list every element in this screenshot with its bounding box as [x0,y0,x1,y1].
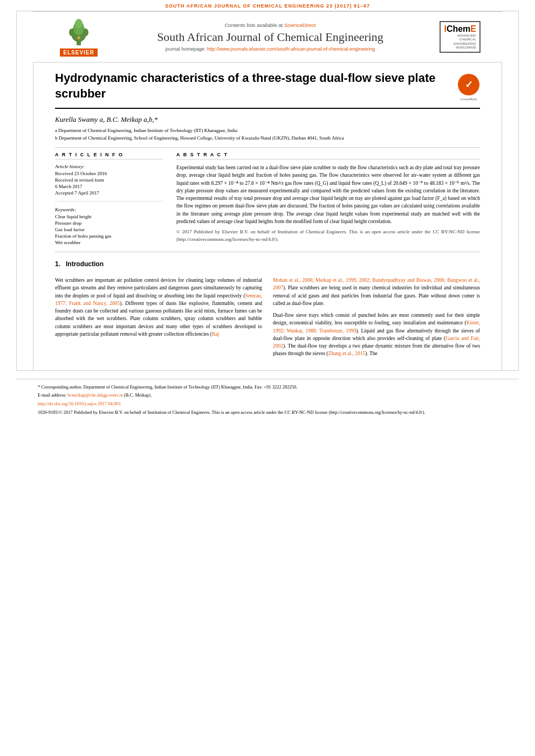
accepted-date: Accepted 7 April 2017 [55,190,163,196]
journal-top-bar: SOUTH AFRICAN JOURNAL OF CHEMICAL ENGINE… [0,0,535,11]
ref-raj[interactable]: Raj [212,331,219,337]
footer: * Corresponding author. Department of Ch… [16,379,519,422]
contents-line: Contents lists available at ScienceDirec… [114,22,427,28]
corresponding-author: * Corresponding author. Department of Ch… [38,384,497,391]
svg-point-5 [69,29,74,36]
ichem-subtitle: ADVANCINGCHEMICALENGINEERINGWORLDWIDE [444,34,476,50]
keyword-4: Fraction of holes passing gas [55,233,163,239]
section-number: 1. [55,260,60,268]
article-info-abstract: A R T I C L E I N F O Article history: R… [55,152,480,252]
abstract-col: A B S T R A C T Experimental study has b… [176,152,480,246]
ichem-chem-text: Chem [447,24,470,33]
authors-section: Kurella Swamy a, B.C. Meikap a,b,* a Dep… [55,115,480,148]
journal-center: Contents lists available at ScienceDirec… [103,22,437,52]
intro-para-3: Dual-flow sieve trays which consist of p… [273,311,480,358]
received-revised-date: 6 March 2017 [55,184,163,189]
homepage-line: journal homepage: http://www.journals.el… [114,46,427,52]
homepage-link[interactable]: http://www.journals.elsevier.com/south-a… [207,46,375,52]
received-revised-label: Received in revised form [55,177,163,183]
keyword-3: Gas load factor [55,227,163,232]
ref-garcia[interactable]: Garcia and Fair, 2002 [273,336,480,349]
sciencedirect-link[interactable]: ScienceDirect [284,22,316,28]
svg-point-3 [75,19,83,29]
issn-line: 1026-9185/© 2017 Published by Elsevier B… [38,409,497,416]
email-label: E-mail address: [38,392,66,398]
paper-title-section: Hydrodynamic characteristics of a three-… [55,71,480,109]
crossmark-badge: ✓ CrossMark [457,73,480,101]
email-link[interactable]: bcmeikap@che.iitkgp.ernet.in [67,392,122,398]
ichem-e-text: E [470,24,476,33]
introduction-body: Wet scrubbers are important air pollutio… [55,276,480,362]
affiliation-a: a Department of Chemical Engineering, In… [55,127,480,135]
authors: Kurella Swamy a, B.C. Meikap a,b,* [55,115,480,124]
received-date: Received 23 October 2016 [55,171,163,176]
crossmark-icon: ✓ [457,73,480,96]
ref-kister[interactable]: Kister, 1992; Wankat, 1988; Trambouze, 1… [273,320,480,333]
keywords-section: Keywords: Clear liquid height Pressure d… [55,207,163,245]
copyright-text: © 2017 Published by Elsevier B.V. on beh… [176,228,480,243]
article-info-label: A R T I C L E I N F O [55,152,163,159]
journal-citation: SOUTH AFRICAN JOURNAL OF CHEMICAL ENGINE… [165,3,370,9]
affiliation-b: b Department of Chemical Engineering, Sc… [55,135,480,142]
email-line: E-mail address: bcmeikap@che.iitkgp.erne… [38,392,497,399]
abstract-label: A B S T R A C T [176,152,480,159]
ref-zhang[interactable]: Zhang et al., 2015 [328,351,365,356]
doi-link[interactable]: http://dx.doi.org/10.1016/j.sajce.2017.0… [38,401,121,406]
intro-col-right: Mohan et al., 2008; Meikap et al., 1999,… [273,276,480,362]
svg-point-4 [77,36,80,39]
doi-line: http://dx.doi.org/10.1016/j.sajce.2017.0… [38,400,497,407]
intro-para-1: Wet scrubbers are important air pollutio… [55,276,262,338]
journal-name: South African Journal of Chemical Engine… [114,30,427,44]
intro-para-2: Mohan et al., 2008; Meikap et al., 1999,… [273,276,480,307]
ref-mohan[interactable]: Mohan et al., 2008; Meikap et al., 1999,… [273,278,480,290]
elsevier-logo: ELSEVIER [54,17,103,57]
introduction-section: 1. Introduction Wet scrubbers are import… [55,260,480,362]
elsevier-text: ELSEVIER [60,48,97,57]
article-history: Article history: Received 23 October 201… [55,164,163,202]
svg-text:✓: ✓ [465,79,473,90]
keywords-title: Keywords: [55,207,163,212]
section-heading-row: 1. Introduction [55,260,480,272]
elsevier-tree-icon [63,17,95,47]
email-name: (B.C. Meikap). [124,392,152,398]
abstract-text: Experimental study has been carried out … [176,164,480,243]
paper-title: Hydrodynamic characteristics of a three-… [55,71,449,101]
main-content: Hydrodynamic characteristics of a three-… [33,63,502,370]
section-heading-intro: Introduction [66,260,104,268]
crossmark-label: CrossMark [457,97,480,101]
ichem-logo: IChemE ADVANCINGCHEMICALENGINEERINGWORLD… [437,21,481,53]
keyword-5: Wet scrubber [55,240,163,245]
history-title: Article history: [55,164,163,169]
intro-col-left: Wet scrubbers are important air pollutio… [55,276,262,362]
keyword-2: Pressure drop [55,220,163,226]
article-info-col: A R T I C L E I N F O Article history: R… [55,152,163,246]
affiliations: a Department of Chemical Engineering, In… [55,127,480,142]
abstract-paragraph: Experimental study has been carried out … [176,164,480,225]
ref-semrau[interactable]: Semrau, 1977; Frank and Nancy, 2005 [55,293,262,306]
keyword-1: Clear liquid height [55,214,163,219]
svg-point-6 [83,29,88,36]
journal-header: ELSEVIER Contents lists available at Sci… [33,11,502,63]
